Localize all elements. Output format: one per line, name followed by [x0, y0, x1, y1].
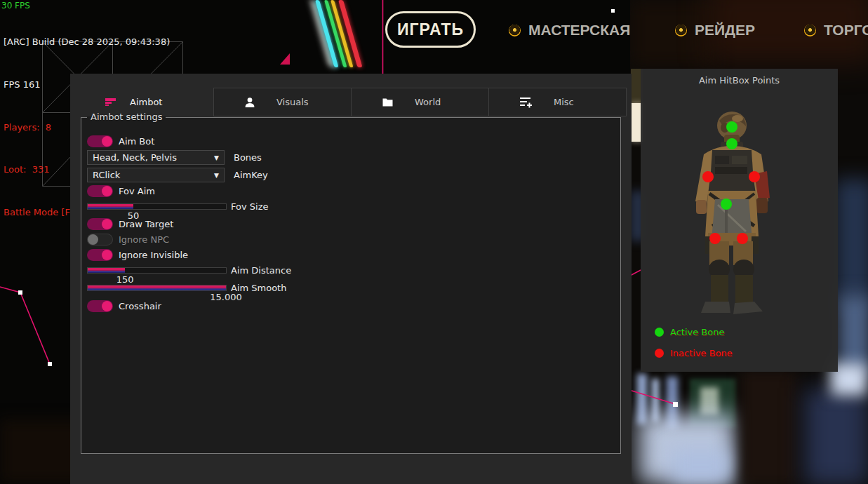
nav-item-trade[interactable]: ТОРГО	[804, 22, 868, 39]
bones-label: Bones	[234, 152, 262, 163]
draw-target-toggle[interactable]	[87, 218, 113, 230]
background-blob	[741, 370, 796, 484]
tab-world-label: World	[415, 97, 441, 107]
aim-distance-row: 150 Aim Distance	[87, 265, 291, 276]
bones-dropdown[interactable]: Head, Neck, Pelvis ▼	[87, 150, 225, 165]
chevron-down-icon: ▼	[214, 172, 219, 179]
active-bone-dot-icon	[655, 328, 664, 337]
tab-visuals[interactable]: Visuals	[213, 88, 352, 116]
play-button-label: ИГРАТЬ	[397, 20, 464, 39]
bone-dot-right-hip[interactable]	[737, 233, 748, 244]
build-text: [ARC] Build (Dec 28 2025, 09:43:38)	[4, 35, 170, 49]
aim-smooth-slider[interactable]: 15.000	[87, 285, 227, 291]
fov-size-row: 50 Fov Size	[87, 201, 268, 212]
sliders-icon	[520, 96, 532, 108]
background-sign-glyph	[700, 387, 719, 415]
nav-item-workshop[interactable]: МАСТЕРСКАЯ	[509, 22, 630, 39]
aim-smooth-row: 15.000 Aim Smooth	[87, 283, 286, 293]
fov-size-slider[interactable]: 50	[87, 203, 227, 210]
tab-misc-label: Misc	[554, 97, 574, 107]
tab-misc[interactable]: Misc	[488, 88, 627, 116]
draw-target-row: Draw Target	[87, 218, 173, 230]
aim-smooth-value: 15.000	[210, 292, 242, 302]
cheat-menu-panel: Aimbot Visuals World	[70, 74, 632, 484]
bone-dot-neck[interactable]	[726, 138, 737, 149]
ignore-npc-label: Ignore NPC	[119, 234, 169, 245]
aim-distance-label: Aim Distance	[231, 265, 291, 276]
ignore-invisible-label: Ignore Invisible	[119, 250, 188, 260]
white-dot	[611, 9, 615, 13]
legend-active-bone: Active Bone	[655, 327, 724, 337]
aim-bot-toggle[interactable]	[87, 135, 113, 147]
tab-aimbot-label: Aimbot	[130, 97, 162, 107]
ignore-npc-toggle[interactable]	[87, 234, 113, 246]
inactive-bone-dot-icon	[655, 349, 664, 358]
legend-inactive-label: Inactive Bone	[670, 348, 733, 358]
bone-dot-left-shoulder[interactable]	[702, 171, 714, 182]
bone-dot-right-shoulder[interactable]	[749, 171, 760, 182]
nav-item-label: ТОРГО	[824, 22, 868, 39]
crosshair-label: Crosshair	[119, 301, 161, 311]
ignore-invisible-row: Ignore Invisible	[87, 249, 188, 261]
crosshair-toggle[interactable]	[87, 300, 113, 312]
chevron-down-icon: ▼	[214, 154, 219, 161]
aimkey-row: RClick ▼ AimKey	[87, 168, 268, 182]
person-icon	[245, 98, 255, 107]
background-light-blob	[671, 449, 730, 484]
background-blob	[804, 388, 868, 484]
aim-bot-row: Aim Bot	[87, 135, 154, 147]
legend-active-label: Active Bone	[670, 327, 724, 337]
bone-dot-head[interactable]	[726, 121, 737, 133]
nav-item-label: РЕЙДЕР	[695, 22, 755, 39]
fov-aim-toggle[interactable]	[87, 185, 113, 197]
crosshair-row: Crosshair	[87, 300, 161, 312]
aimkey-dropdown-value: RClick	[93, 170, 120, 180]
aimkey-dropdown[interactable]: RClick ▼	[87, 168, 225, 182]
aim-hitbox-panel: Aim HitBox Points	[641, 69, 838, 372]
aimkey-label: AimKey	[234, 170, 268, 180]
bones-row: Head, Neck, Pelvis ▼ Bones	[87, 150, 262, 165]
nav-item-label: МАСТЕРСКАЯ	[528, 22, 630, 39]
nav-item-raider[interactable]: РЕЙДЕР	[675, 22, 755, 39]
bone-dot-left-hip[interactable]	[709, 233, 721, 244]
coin-icon	[509, 25, 521, 36]
ignore-invisible-toggle[interactable]	[87, 249, 113, 261]
fov-aim-row: Fov Aim	[87, 185, 155, 197]
play-button[interactable]: ИГРАТЬ	[385, 11, 476, 48]
background-blob	[835, 179, 868, 305]
tab-visuals-label: Visuals	[276, 97, 309, 107]
bones-dropdown-value: Head, Neck, Pelvis	[93, 152, 177, 163]
ignore-npc-row: Ignore NPC	[87, 234, 169, 246]
coin-icon	[675, 25, 687, 36]
group-title: Aimbot settings	[87, 112, 166, 122]
coin-icon	[804, 25, 816, 36]
aim-bot-label: Aim Bot	[119, 136, 154, 147]
bone-dot-pelvis[interactable]	[721, 199, 732, 210]
folder-icon	[382, 98, 393, 107]
tab-world[interactable]: World	[351, 88, 489, 116]
game-screen: 30 FPS [ARC] Build (Dec 28 2025, 09:43:3…	[0, 0, 868, 484]
aim-distance-slider[interactable]: 150	[87, 267, 227, 274]
fov-aim-label: Fov Aim	[119, 186, 155, 196]
fov-size-label: Fov Size	[231, 201, 268, 212]
pistol-icon	[105, 98, 116, 107]
legend-inactive-bone: Inactive Bone	[655, 348, 733, 358]
draw-target-label: Draw Target	[119, 219, 173, 229]
